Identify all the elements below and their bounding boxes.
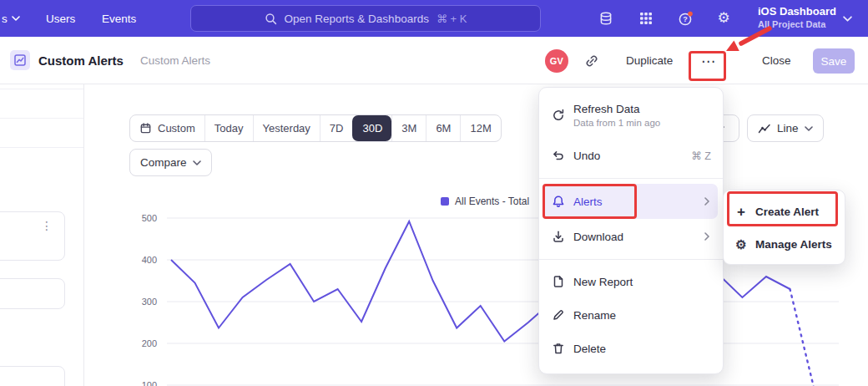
date-range-7d[interactable]: 7D bbox=[320, 115, 353, 141]
new-report-icon bbox=[551, 275, 565, 289]
breadcrumb[interactable]: Custom Alerts bbox=[140, 54, 210, 67]
menu-item-new-report-label: New Report bbox=[573, 276, 633, 288]
calendar-icon bbox=[139, 122, 152, 135]
nav-item-events-label: Events bbox=[102, 13, 136, 25]
menu-item-refresh-sublabel: Data from 1 min ago bbox=[573, 118, 660, 128]
nav-item-users-label: Users bbox=[46, 13, 75, 25]
compare-button[interactable]: Compare bbox=[129, 149, 212, 176]
panel-divider bbox=[83, 84, 84, 386]
menu-item-refresh-data[interactable]: Refresh Data Data from 1 min ago bbox=[539, 93, 723, 138]
nav-item-truncated-label: s bbox=[2, 13, 8, 25]
line-chart-icon bbox=[758, 122, 771, 135]
svg-text:?: ? bbox=[683, 15, 688, 23]
link-icon bbox=[584, 53, 599, 69]
side-card[interactable] bbox=[0, 366, 65, 386]
report-icon bbox=[10, 50, 30, 70]
avatar[interactable]: GV bbox=[545, 49, 568, 73]
menu-item-download-label: Download bbox=[573, 231, 623, 243]
chevron-down-icon bbox=[843, 16, 852, 22]
copy-link-button[interactable] bbox=[584, 53, 599, 69]
chevron-down-icon bbox=[12, 16, 20, 21]
date-range-yesterday[interactable]: Yesterday bbox=[253, 115, 320, 141]
search-placeholder: Open Reports & Dashboards bbox=[285, 13, 429, 25]
database-icon bbox=[598, 11, 613, 26]
date-range-6m[interactable]: 6M bbox=[426, 115, 460, 141]
menu-item-rename-label: Rename bbox=[573, 309, 616, 322]
date-range-3m[interactable]: 3M bbox=[391, 115, 426, 141]
top-navbar: s Users Events Open Reports & Dashboards… bbox=[0, 0, 868, 37]
help-icon: ? bbox=[678, 11, 694, 27]
menu-item-new-report[interactable]: New Report bbox=[539, 265, 723, 298]
refresh-icon bbox=[551, 109, 565, 123]
date-range-12m[interactable]: 12M bbox=[460, 115, 500, 141]
more-options-button[interactable]: ⋯ bbox=[696, 48, 721, 74]
gear-icon: ⚙ bbox=[734, 237, 748, 252]
report-header: Custom Alerts Custom Alerts GV Duplicate… bbox=[0, 37, 868, 84]
avatar-initials: GV bbox=[550, 56, 564, 66]
date-range-custom-label: Custom bbox=[158, 122, 195, 135]
bell-icon bbox=[551, 195, 565, 209]
plus-icon: + bbox=[734, 204, 748, 221]
menu-item-alerts[interactable]: Alerts bbox=[544, 184, 718, 219]
menu-item-rename[interactable]: Rename bbox=[539, 298, 723, 332]
menu-item-delete-label: Delete bbox=[573, 343, 606, 355]
settings-button[interactable]: ⚙ bbox=[715, 10, 732, 27]
menu-item-delete[interactable]: Delete bbox=[539, 332, 723, 365]
search-shortcut: ⌘ + K bbox=[437, 13, 467, 25]
y-axis-tick-label: 300 bbox=[142, 297, 157, 307]
side-card[interactable]: ⋮ bbox=[0, 211, 65, 261]
date-range-30d[interactable]: 30D bbox=[352, 115, 391, 141]
pencil-icon bbox=[551, 308, 565, 323]
left-panel-row-divider bbox=[0, 89, 83, 89]
help-button[interactable]: ? bbox=[677, 10, 694, 27]
app-window: s Users Events Open Reports & Dashboards… bbox=[0, 0, 868, 386]
ellipsis-icon: ⋯ bbox=[701, 53, 716, 70]
submenu-item-manage-alerts-label: Manage Alerts bbox=[755, 238, 832, 251]
submenu-item-manage-alerts[interactable]: ⚙ Manage Alerts bbox=[724, 228, 845, 261]
menu-item-download[interactable]: Download bbox=[539, 219, 723, 254]
more-options-menu: Refresh Data Data from 1 min ago Undo ⌘ … bbox=[538, 87, 724, 374]
menu-item-undo[interactable]: Undo ⌘ Z bbox=[539, 138, 723, 173]
side-card[interactable] bbox=[0, 278, 65, 309]
date-range-today[interactable]: Today bbox=[204, 115, 253, 141]
menu-divider bbox=[539, 259, 723, 260]
chart-type-label: Line bbox=[777, 122, 799, 135]
menu-divider bbox=[539, 178, 723, 179]
nav-item-events[interactable]: Events bbox=[102, 0, 136, 37]
undo-icon bbox=[551, 149, 565, 163]
y-axis-tick-label: 500 bbox=[142, 213, 157, 223]
date-range-segmented-control: Custom Today Yesterday 7D 30D 3M 6M 12M bbox=[129, 114, 502, 142]
undo-shortcut: ⌘ Z bbox=[691, 150, 711, 162]
compare-label: Compare bbox=[140, 156, 187, 169]
page-title: Custom Alerts bbox=[38, 53, 124, 68]
menu-item-undo-label: Undo bbox=[573, 150, 600, 162]
close-button[interactable]: Close bbox=[762, 54, 791, 67]
y-axis-tick-label: 400 bbox=[142, 255, 157, 265]
kebab-menu-icon[interactable]: ⋮ bbox=[41, 219, 53, 232]
alerts-submenu: + Create Alert ⚙ Manage Alerts bbox=[723, 190, 845, 265]
download-icon bbox=[551, 230, 565, 244]
date-range-custom[interactable]: Custom bbox=[130, 115, 204, 141]
submenu-item-create-alert[interactable]: + Create Alert bbox=[724, 196, 845, 228]
chart-type-button[interactable]: Line bbox=[747, 114, 824, 142]
menu-item-alerts-label: Alerts bbox=[573, 196, 603, 208]
global-search[interactable]: Open Reports & Dashboards ⌘ + K bbox=[190, 5, 541, 32]
nav-item-users[interactable]: Users bbox=[46, 0, 75, 37]
y-axis-tick-label: 100 bbox=[142, 380, 157, 386]
chevron-right-icon bbox=[704, 232, 709, 241]
save-button[interactable]: Save bbox=[813, 48, 855, 74]
series-line-dashed-projection bbox=[790, 289, 815, 386]
trash-icon bbox=[551, 342, 565, 356]
submenu-item-create-alert-label: Create Alert bbox=[755, 206, 819, 218]
search-icon bbox=[265, 13, 277, 25]
left-panel-row-divider bbox=[0, 118, 83, 119]
report-chart-icon bbox=[14, 54, 26, 66]
apps-grid-button[interactable] bbox=[638, 10, 654, 27]
duplicate-button[interactable]: Duplicate bbox=[626, 54, 673, 67]
chevron-down-icon bbox=[805, 126, 813, 131]
data-management-button[interactable] bbox=[598, 10, 614, 27]
gear-icon: ⚙ bbox=[717, 10, 729, 27]
y-axis-tick-label: 200 bbox=[142, 338, 157, 348]
nav-item-truncated[interactable]: s bbox=[2, 0, 20, 37]
apps-grid-icon bbox=[639, 12, 653, 25]
